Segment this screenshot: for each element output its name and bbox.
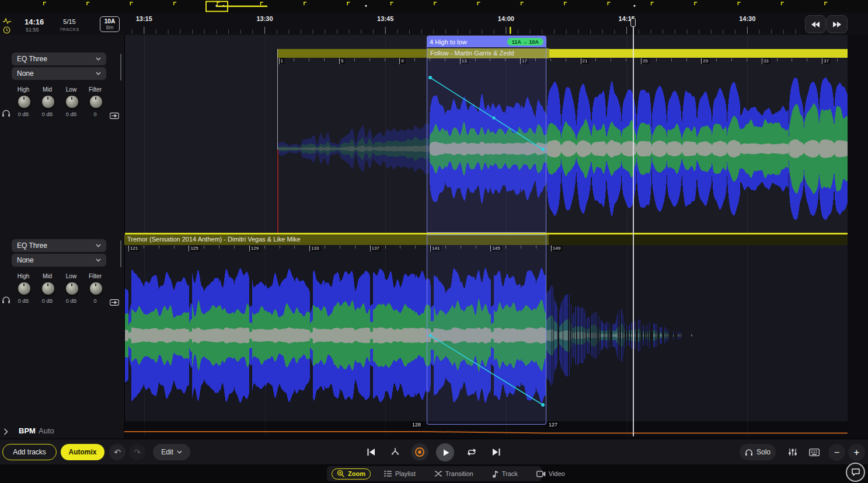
tab-label: Transition: [445, 470, 473, 477]
support-chat-button[interactable]: [846, 463, 865, 482]
knob-mid[interactable]: [41, 95, 55, 108]
effect-select[interactable]: None: [12, 67, 106, 80]
timeline-overview[interactable]: [0, 0, 868, 13]
playlist-icon: [384, 470, 392, 477]
deck-a-beat-number: 29: [701, 58, 710, 64]
knob-high[interactable]: [18, 95, 31, 108]
time-label: 13:45: [369, 15, 401, 22]
deck-a-beat-number: 21: [581, 58, 590, 64]
beat-tick: [626, 58, 626, 61]
transition-label: 4 High to low: [430, 38, 467, 46]
beat-tick: [264, 246, 265, 249]
knob-label-low: Low: [60, 273, 83, 279]
beat-tick: [399, 58, 400, 61]
bpm-value-start[interactable]: 128: [411, 422, 422, 428]
knob-label-filter: Filter: [83, 86, 107, 93]
knob-value-low: 0 dB: [60, 111, 83, 117]
solo-button[interactable]: Solo: [740, 444, 776, 460]
mixer-levels-button[interactable]: [785, 444, 801, 460]
effect-select[interactable]: None: [12, 254, 106, 267]
deck-b-beat-number: 133: [309, 246, 320, 251]
eq-type-select[interactable]: EQ Three: [12, 52, 106, 65]
knob-value-mid: 0 dB: [36, 298, 59, 304]
edit-button[interactable]: Edit: [153, 444, 190, 460]
headphones-cue-icon[interactable]: [2, 109, 11, 120]
tab-video[interactable]: Video: [531, 468, 570, 479]
add-tracks-button[interactable]: Add tracks: [2, 444, 57, 460]
beat-tick: [566, 58, 566, 61]
mini-fader-icon[interactable]: [110, 298, 119, 308]
knob-low[interactable]: [65, 95, 79, 108]
beat-tick: [339, 58, 340, 61]
time-ruler[interactable]: [124, 13, 803, 35]
deck-b-beat-number: 121: [128, 246, 140, 251]
transition-header[interactable]: 4 High to low 11A → 10A: [427, 36, 546, 47]
tab-playlist[interactable]: Playlist: [379, 468, 421, 479]
zoom-in-button[interactable]: +: [848, 444, 865, 461]
knob-low[interactable]: [65, 282, 79, 295]
knob-filter[interactable]: [89, 282, 103, 295]
tab-label: Track: [502, 470, 518, 477]
overview-markers: [0, 0, 868, 13]
transition-region-top[interactable]: 4 High to low 11A → 10A: [427, 36, 546, 233]
deck-b-ruler-dim: [546, 235, 848, 245]
loop-button[interactable]: [463, 444, 480, 460]
playhead[interactable]: [633, 18, 634, 436]
automix-button[interactable]: Automix: [61, 444, 104, 460]
record-icon: [414, 446, 426, 458]
knob-high[interactable]: [18, 282, 31, 295]
knob-mid[interactable]: [41, 282, 55, 295]
split-button[interactable]: [387, 444, 403, 460]
bpm-mode[interactable]: Auto: [39, 426, 54, 435]
beat-tick: [595, 58, 596, 61]
knob-filter[interactable]: [89, 95, 103, 108]
eq-type-select[interactable]: EQ Three: [12, 239, 106, 252]
transition-region-bottom[interactable]: [427, 235, 546, 425]
beat-tick: [325, 246, 325, 249]
next-track-button[interactable]: [488, 444, 504, 460]
keyboard-shortcuts-button[interactable]: [806, 444, 823, 460]
knob-label-high: High: [12, 273, 35, 279]
beat-tick: [716, 58, 717, 61]
headphones-cue-icon[interactable]: [2, 296, 11, 306]
bottom-toolbar: Add tracks Automix ↶ ↷ Edit: [0, 439, 868, 465]
deck-a-beat-number: 1: [279, 58, 285, 64]
zoom-icon: [337, 470, 345, 478]
record-button[interactable]: [411, 443, 428, 461]
beat-tick: [581, 58, 581, 61]
scrollbar-thumb[interactable]: [120, 240, 121, 267]
knob-value-filter: 0: [83, 298, 107, 304]
previous-track-button[interactable]: [363, 444, 379, 460]
mini-fader-icon[interactable]: [110, 111, 119, 121]
redo-button[interactable]: ↷: [129, 444, 145, 460]
undo-icon: ↶: [114, 447, 121, 457]
rewind-button[interactable]: [805, 15, 826, 33]
beat-tick: [234, 246, 235, 249]
scrollbar-thumb[interactable]: [120, 54, 121, 80]
chat-bubble-icon: [851, 468, 860, 477]
beat-tick: [354, 58, 355, 61]
bpm-value-end[interactable]: 127: [548, 422, 559, 428]
play-button[interactable]: [436, 443, 454, 461]
rewind-icon: [811, 21, 820, 28]
playhead-handle[interactable]: [630, 18, 636, 27]
deck-a-ruler-dim[interactable]: [277, 49, 427, 58]
beat-tick: [370, 246, 371, 249]
chevron-down-icon: [177, 450, 182, 454]
deck-a-beat-number: 33: [762, 58, 771, 64]
beat-tick: [324, 58, 325, 61]
tab-track[interactable]: Track: [487, 468, 523, 480]
zoom-out-button[interactable]: −: [828, 444, 845, 461]
fast-forward-button[interactable]: [827, 15, 848, 33]
tab-transition[interactable]: Transition: [429, 468, 479, 479]
deck-a-ruler-bright[interactable]: [546, 49, 848, 58]
deck-a-beat-number: 5: [339, 58, 345, 64]
tab-zoom[interactable]: Zoom: [332, 468, 371, 480]
right-gutter: [848, 35, 868, 439]
solo-label: Solo: [757, 448, 771, 456]
undo-button[interactable]: ↶: [109, 444, 126, 460]
view-tabs: ZoomPlaylistTransitionTrackVideo: [327, 466, 542, 481]
bpm-label: BPM: [19, 426, 36, 435]
beat-tick: [128, 246, 129, 249]
bpm-expand-chevron[interactable]: [4, 427, 8, 438]
